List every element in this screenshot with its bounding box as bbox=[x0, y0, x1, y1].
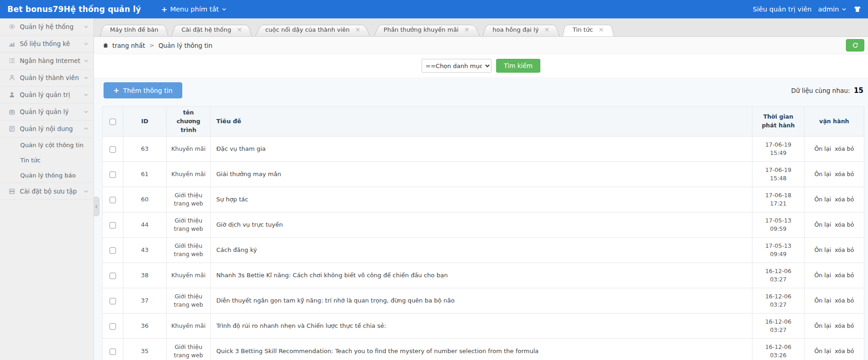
delete-link[interactable]: xóa bỏ bbox=[835, 272, 854, 279]
cell-title: Giải thưởng may mắn bbox=[211, 162, 752, 187]
sidebar-item[interactable]: Quản lý nội dung bbox=[0, 120, 93, 137]
close-icon[interactable]: × bbox=[237, 26, 243, 33]
sidebar-item[interactable]: Quản lý quản lý bbox=[0, 103, 93, 120]
tab-4[interactable]: Phần thưởng khuyến mãi× bbox=[374, 23, 480, 36]
delete-link[interactable]: xóa bỏ bbox=[835, 348, 854, 354]
sidebar-subitem[interactable]: Quản lý cột thông tin bbox=[0, 137, 93, 153]
row-checkbox[interactable] bbox=[110, 247, 116, 254]
cell-time: 17-05-13 09:59 bbox=[752, 212, 804, 238]
review-link[interactable]: Ôn lại bbox=[814, 145, 831, 152]
sidebar-collapse-handle[interactable] bbox=[94, 197, 99, 216]
cell-program: Khuyến mãi bbox=[167, 162, 211, 187]
shortcut-menu[interactable]: + Menu phím tắt bbox=[161, 5, 227, 14]
sidebar-item[interactable]: Quản lý quản trị bbox=[0, 86, 93, 103]
review-link[interactable]: Ôn lại bbox=[814, 196, 831, 203]
delete-link[interactable]: xóa bỏ bbox=[835, 246, 854, 253]
total-value: 15 bbox=[854, 86, 863, 95]
chevron-down-icon bbox=[83, 109, 89, 114]
close-icon[interactable]: × bbox=[598, 26, 604, 33]
row-checkbox[interactable] bbox=[110, 273, 116, 279]
breadcrumb-separator: > bbox=[149, 42, 154, 49]
chevron-down-icon bbox=[83, 75, 89, 80]
body-split: Quản lý hệ thốngSố liệu thống kêNgân hàn… bbox=[0, 18, 868, 360]
cell-program: Giới thiệu trang web bbox=[167, 288, 211, 314]
table-row: 63Khuyến mãiĐặc vụ tham gia17-06-19 15:4… bbox=[103, 137, 864, 162]
row-checkbox[interactable] bbox=[110, 323, 116, 330]
category-select[interactable]: ==Chọn danh mục== bbox=[422, 59, 492, 73]
search-button[interactable]: Tìm kiếm bbox=[496, 59, 540, 73]
user-menu[interactable]: admin bbox=[818, 6, 847, 13]
row-checkbox[interactable] bbox=[110, 197, 116, 203]
sidebar-item[interactable]: Quản lý hệ thống bbox=[0, 18, 93, 35]
header-program: tên chương trình bbox=[167, 107, 211, 137]
close-icon[interactable]: × bbox=[464, 26, 469, 33]
cell-program: Giới thiệu trang web bbox=[167, 238, 211, 263]
header-time: Thời gian phát hành bbox=[752, 107, 804, 137]
cell-title: Sự hợp tác bbox=[211, 187, 752, 212]
gear-icon bbox=[8, 23, 16, 30]
brand-title[interactable]: Bet bonus79Hệ thống quản lý bbox=[0, 5, 141, 14]
sidebar-item-label: Quản lý thành viên bbox=[20, 74, 83, 81]
sidebar-item[interactable]: Ngân hàng Internet bbox=[0, 52, 93, 69]
tab-bar: Máy tính để bànCài đặt hệ thống×cuộc nổi… bbox=[94, 18, 868, 37]
delete-link[interactable]: xóa bỏ bbox=[835, 145, 854, 152]
top-navbar: Bet bonus79Hệ thống quản lý + Menu phím … bbox=[0, 0, 868, 18]
cell-program: Khuyến mãi bbox=[167, 314, 211, 339]
table-row: 43Giới thiệu trang webCách đăng ký17-05-… bbox=[103, 238, 864, 263]
row-checkbox[interactable] bbox=[110, 171, 116, 178]
tab-2[interactable]: Cài đặt hệ thống× bbox=[171, 23, 252, 36]
tab-label: Tin tức bbox=[573, 26, 593, 33]
sidebar-item[interactable]: Quản lý thành viên bbox=[0, 69, 93, 86]
close-icon[interactable]: × bbox=[544, 26, 550, 33]
sidebar-subitem[interactable]: Quản lý thông báo bbox=[0, 168, 93, 183]
review-link[interactable]: Ôn lại bbox=[814, 297, 831, 304]
add-info-button[interactable]: + Thêm thông tin bbox=[104, 82, 182, 98]
user-outline-icon bbox=[8, 74, 16, 81]
tab-1[interactable]: Máy tính để bàn bbox=[100, 23, 168, 36]
header-actions: vận hành bbox=[804, 107, 864, 137]
delete-link[interactable]: xóa bỏ bbox=[835, 196, 854, 203]
review-link[interactable]: Ôn lại bbox=[814, 171, 831, 177]
breadcrumb-home[interactable]: trang nhất bbox=[112, 42, 145, 49]
refresh-button[interactable] bbox=[846, 39, 864, 51]
review-link[interactable]: Ôn lại bbox=[814, 322, 831, 329]
review-link[interactable]: Ôn lại bbox=[814, 221, 831, 228]
gift-icon bbox=[8, 108, 16, 115]
delete-link[interactable]: xóa bỏ bbox=[835, 322, 854, 329]
review-link[interactable]: Ôn lại bbox=[814, 272, 831, 279]
close-icon[interactable]: × bbox=[355, 26, 361, 33]
sidebar: Quản lý hệ thốngSố liệu thống kêNgân hàn… bbox=[0, 18, 94, 360]
row-checkbox[interactable] bbox=[110, 349, 116, 355]
select-all-checkbox[interactable] bbox=[110, 119, 116, 125]
sidebar-item-label: Quản lý nội dung bbox=[20, 125, 83, 132]
review-link[interactable]: Ôn lại bbox=[814, 246, 831, 253]
sidebar-item[interactable]: Cài đặt bộ sưu tập bbox=[0, 183, 93, 200]
sidebar-item[interactable]: Số liệu thống kê bbox=[0, 35, 93, 52]
cell-id: 63 bbox=[123, 137, 167, 162]
shortcut-menu-label: Menu phím tắt bbox=[170, 6, 219, 13]
breadcrumb-current: Quản lý thông tin bbox=[158, 42, 212, 49]
theme-shirt-icon[interactable] bbox=[853, 5, 862, 13]
row-checkbox[interactable] bbox=[110, 222, 116, 229]
sidebar-subitem[interactable]: Tin tức bbox=[0, 153, 93, 168]
delete-link[interactable]: xóa bỏ bbox=[835, 297, 854, 304]
tab-6[interactable]: Tin tức× bbox=[562, 23, 614, 36]
tab-5[interactable]: hoa hồng đại lý× bbox=[482, 23, 560, 36]
review-link[interactable]: Ôn lại bbox=[814, 348, 831, 354]
cell-id: 43 bbox=[123, 238, 167, 263]
username: admin bbox=[818, 6, 839, 13]
content-panel: + Thêm thông tin Dữ liệu cùng nhau: 15 I… bbox=[94, 77, 868, 360]
home-icon bbox=[102, 42, 109, 49]
table-row: 44Giới thiệu trang webGiờ dịch vụ trực t… bbox=[103, 212, 864, 238]
breadcrumb: trang nhất > Quản lý thông tin bbox=[94, 37, 868, 54]
sidebar-subitem-label: Quản lý thông báo bbox=[20, 172, 75, 179]
cell-id: 61 bbox=[123, 162, 167, 187]
cell-time: 16-12-06 03:27 bbox=[752, 263, 804, 288]
row-checkbox[interactable] bbox=[110, 146, 116, 153]
delete-link[interactable]: xóa bỏ bbox=[835, 171, 854, 177]
delete-link[interactable]: xóa bỏ bbox=[835, 221, 854, 228]
caret-left-icon bbox=[94, 205, 98, 209]
tab-3[interactable]: cuộc nổi dậy của thành viên× bbox=[255, 23, 370, 36]
row-checkbox[interactable] bbox=[110, 298, 116, 304]
tab-label: Máy tính để bàn bbox=[110, 26, 158, 33]
